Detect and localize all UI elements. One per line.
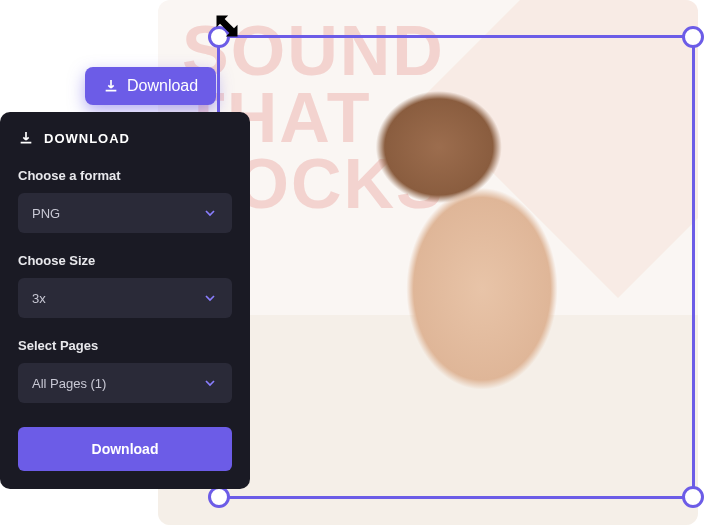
download-icon (18, 130, 34, 146)
panel-header: DOWNLOAD (18, 130, 232, 146)
pages-field-group: Select Pages All Pages (1) (18, 338, 232, 403)
download-icon (103, 78, 119, 94)
pages-label: Select Pages (18, 338, 232, 353)
resize-cursor-icon (213, 12, 241, 40)
chevron-down-icon (202, 375, 218, 391)
format-label: Choose a format (18, 168, 232, 183)
pages-select[interactable]: All Pages (1) (18, 363, 232, 403)
download-action-button[interactable]: Download (18, 427, 232, 471)
size-field-group: Choose Size 3x (18, 253, 232, 318)
chevron-down-icon (202, 290, 218, 306)
download-panel: DOWNLOAD Choose a format PNG Choose Size… (0, 112, 250, 489)
panel-title: DOWNLOAD (44, 131, 130, 146)
format-value: PNG (32, 206, 60, 221)
download-button-label: Download (127, 77, 198, 95)
format-field-group: Choose a format PNG (18, 168, 232, 233)
chevron-down-icon (202, 205, 218, 221)
download-button[interactable]: Download (85, 67, 216, 105)
size-label: Choose Size (18, 253, 232, 268)
download-action-label: Download (92, 441, 159, 457)
format-select[interactable]: PNG (18, 193, 232, 233)
size-select[interactable]: 3x (18, 278, 232, 318)
size-value: 3x (32, 291, 46, 306)
pages-value: All Pages (1) (32, 376, 106, 391)
